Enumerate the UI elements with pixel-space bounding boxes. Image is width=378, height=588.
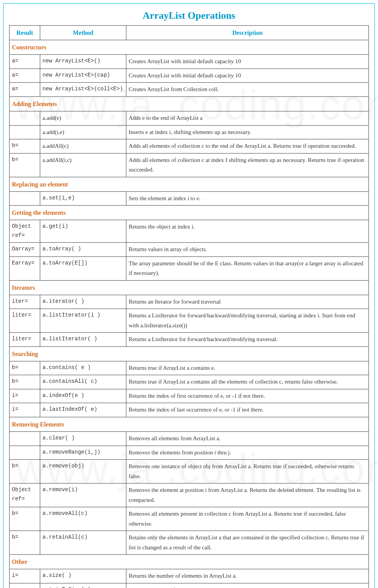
cell-result: b= [10,139,40,154]
cell-result: b= [10,375,40,389]
cell-result [10,446,40,460]
cell-description: Creates ArrayList with initial default c… [126,69,369,83]
cell-method: a.contains( e ) [40,361,126,375]
table-row: a.trimToSize( )Trims the capcity of this… [10,583,369,588]
section-header: Other [10,555,369,569]
table-row: liter=a.listIterator( )Returns a ListIte… [10,333,369,347]
cell-method: a.addAll(i,c) [40,153,126,177]
cell-description: Inserts e at index i, shifting elements … [126,125,369,139]
cell-method: new ArrayList<E>() [40,55,126,69]
table-row: a.add(e)Adds e to the end of ArrayList a [10,111,369,126]
section-title: Replacing an element [10,177,369,191]
cell-method: a.clear( ) [40,432,126,446]
section-title: Removing Elements [10,417,369,431]
cell-method: a.add(i,e) [40,125,126,139]
table-row: i=a.indexOf(e )Returns the index of firs… [10,389,369,403]
cell-method: a.containsAll( c) [40,375,126,389]
cell-description: Creates ArrayList with initial default c… [126,55,369,69]
table-row: Object ref=a.get(i)Returns the object at… [10,220,369,243]
cell-method: new ArrayList<E>(coll<E>) [40,83,126,97]
cell-result: Object ref= [10,220,40,243]
cell-result: a= [10,83,40,97]
table-row: b=a.containsAll( c)Returns true if Array… [10,375,369,389]
cell-description: Trims the capcity of this ArrayList inst… [126,583,369,588]
cell-description: Returns an Iterator for forward traversa… [126,295,369,309]
cell-description: Returns the number of elements in ArrayL… [126,569,369,583]
cell-description: Adds all elements of collection c at ind… [126,153,369,177]
section-header: Replacing an element [10,177,369,191]
table-header-row: Result Method Description [10,26,369,40]
cell-method: a.set(i,e) [40,191,126,206]
header-result: Result [10,26,40,40]
cell-description: Removes all elements present in collecti… [126,507,369,531]
document-frame: www.ja .coding.com www.ja .coding.com Ar… [3,3,375,588]
table-row: i=a.lastIndexOf( e)Returns the index of … [10,403,369,417]
cell-method: new ArrayList<E>(cap) [40,69,126,83]
section-title: Iterators [10,280,369,295]
table-row: b=a.addAll(i,c)Adds all elements of coll… [10,153,369,177]
cell-method: a.toArray(E[]) [40,256,126,280]
table-row: a.removeRange(i,j)Removes the elements f… [10,446,369,460]
cell-result: a= [10,69,40,83]
cell-method: a.add(e) [40,111,126,126]
table-row: b=a.addAll(c)Adds all elements of collec… [10,139,369,154]
cell-description: Returns a ListIterator for forward/backw… [126,333,369,347]
section-header: Adding Elements [10,96,369,111]
section-header: Getting the elements [10,206,369,220]
cell-result: liter= [10,309,40,333]
cell-description: Returns a ListIterator for forward/backw… [126,309,369,333]
page-title: ArrayList Operations [9,10,369,21]
cell-description: Removes one instance of object obj from … [126,460,369,483]
cell-result: b= [10,361,40,375]
header-method: Method [40,26,126,40]
cell-result [10,432,40,446]
cell-result: liter= [10,333,40,347]
cell-description: Adds e to the end of ArrayList a [126,111,369,126]
cell-result: Earray= [10,256,40,280]
table-row: a=new ArrayList<E>()Creates ArrayList wi… [10,55,369,69]
table-row: a.set(i,e)Sets the element at index i to… [10,191,369,206]
table-row: Object ref=a.remove(i)Removes the elemen… [10,483,369,507]
cell-description: Returns the object at index i. [126,220,369,243]
cell-description: Returns true if ArrayList a contains e. [126,361,369,375]
table-row: a=new ArrayList<E>(cap)Creates ArrayList… [10,69,369,83]
operations-table: Result Method Description Constructorsa=… [9,25,369,588]
cell-method: a.trimToSize( ) [40,583,126,588]
cell-result: Object ref= [10,483,40,507]
table-row: b=a.contains( e )Returns true if ArrayLi… [10,361,369,375]
cell-method: a.get(i) [40,220,126,243]
cell-result [10,111,40,126]
cell-result: iter= [10,295,40,309]
table-row: iter=a.iterator( )Returns an Iterator fo… [10,295,369,309]
cell-result: i= [10,569,40,583]
cell-result [10,125,40,139]
section-title: Constructors [10,40,369,55]
cell-description: Sets the element at index i to e. [126,191,369,206]
table-row: Earray=a.toArray(E[])The array parameter… [10,256,369,280]
cell-description: Removes the elements from position i thr… [126,446,369,460]
section-title: Adding Elements [10,96,369,111]
section-title: Other [10,555,369,569]
cell-description: Returns true if ArrayList a contains all… [126,375,369,389]
cell-description: Returns values in array of objects. [126,243,369,257]
cell-description: The array parameter should be of the E c… [126,256,369,280]
table-row: Oarray=a.toArray( )Returns values in arr… [10,243,369,257]
cell-description: Retains only the elements in ArrayList a… [126,531,369,555]
cell-method: a.lastIndexOf( e) [40,403,126,417]
section-title: Getting the elements [10,206,369,220]
cell-description: Returns the index of first occurrence of… [126,389,369,403]
cell-description: Creates ArrayList from Collection coll. [126,83,369,97]
cell-method: a.listIterator( ) [40,333,126,347]
cell-result: Oarray= [10,243,40,257]
section-header: Constructors [10,40,369,55]
cell-description: Returns the index of last occurrence of … [126,403,369,417]
table-row: a=new ArrayList<E>(coll<E>)Creates Array… [10,83,369,97]
cell-result: b= [10,153,40,177]
table-row: b=a.retainAll(c)Retains only the element… [10,531,369,555]
cell-method: a.retainAll(c) [40,531,126,555]
table-row: liter=a.listIterator(i )Returns a ListIt… [10,309,369,333]
cell-result: a= [10,55,40,69]
table-row: b=a.remove(obj)Removes one instance of o… [10,460,369,483]
cell-result [10,191,40,206]
cell-method: a.addAll(c) [40,139,126,154]
